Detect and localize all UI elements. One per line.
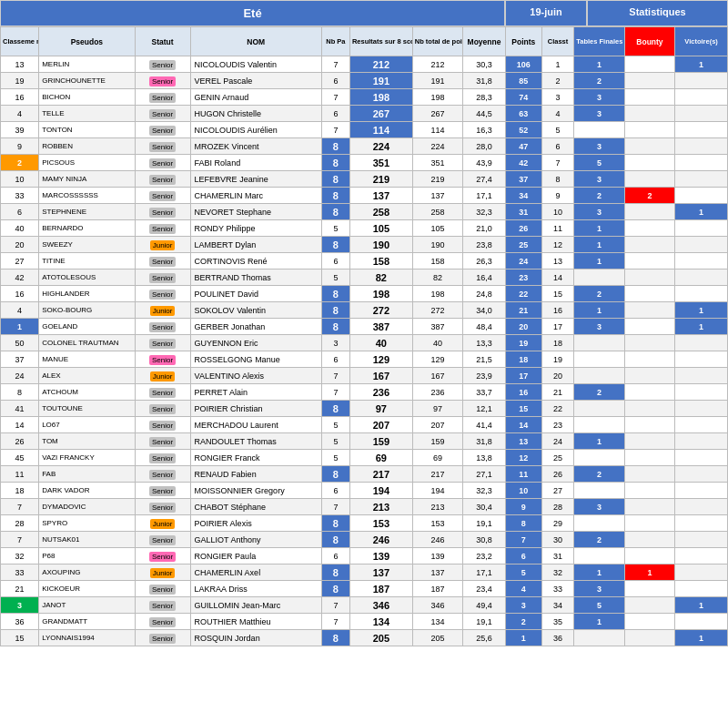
resultats-cell: 205	[349, 630, 412, 646]
col-nbtotal[interactable]: Nb total de points	[412, 27, 462, 56]
classmt-cell: 28	[541, 499, 574, 515]
victoires-cell	[675, 138, 728, 155]
tables-finales-cell: 1	[574, 565, 624, 581]
classmt-cell: 21	[541, 384, 574, 401]
points-cell: 10	[505, 483, 541, 499]
moyenne-cell: 41,4	[463, 417, 506, 433]
nbtotal-cell: 267	[412, 106, 462, 122]
resultats-cell: 69	[349, 450, 412, 466]
nbtotal-cell: 207	[412, 417, 462, 433]
col-tables-finales: Tables Finales	[574, 27, 624, 56]
col-moyenne[interactable]: Moyenne	[463, 27, 506, 56]
points-cell: 7	[505, 532, 541, 548]
moyenne-cell: 13,8	[463, 450, 506, 466]
bounty-cell	[624, 302, 674, 319]
moyenne-cell: 25,6	[463, 630, 506, 646]
pseudo-cell: ALEX	[39, 368, 135, 384]
table-row: 41TOUTOUNESeniorPOIRIER Christian8979712…	[1, 401, 728, 417]
tables-finales-cell: 1	[574, 433, 624, 450]
rank-cell: 32	[1, 548, 39, 565]
tables-finales-cell	[574, 368, 624, 384]
classmt-cell: 2	[541, 73, 574, 89]
tables-finales-cell	[574, 630, 624, 646]
pseudo-cell: MANUE	[39, 351, 135, 368]
nom-cell: LAKRAA Driss	[190, 581, 321, 597]
nbtotal-cell: 158	[412, 253, 462, 270]
moyenne-cell: 30,3	[463, 56, 506, 73]
col-classement[interactable]: Classeme nt SAIS	[1, 27, 39, 56]
rank-cell: 39	[1, 122, 39, 138]
resultats-cell: 246	[349, 532, 412, 548]
moyenne-cell: 30,8	[463, 532, 506, 548]
nb-cell: 8	[321, 515, 349, 532]
statut-cell: Junior	[135, 237, 190, 253]
nom-cell: GUILLOMIN Jean-Marc	[190, 597, 321, 614]
statut-cell: Junior	[135, 565, 190, 581]
table-row: 16BICHONSeniorGENIN Arnaud719819828,3743…	[1, 89, 728, 106]
header-date: 19-juin	[505, 0, 587, 26]
classmt-cell: 5	[541, 122, 574, 138]
victoires-cell: 1	[675, 302, 728, 319]
table-row: 11FABSeniorRENAUD Fabien821721727,111262	[1, 466, 728, 483]
col-nom[interactable]: NOM	[190, 27, 321, 56]
rank-cell: 13	[1, 56, 39, 73]
pseudo-cell: KICKOEUR	[39, 581, 135, 597]
table-row: 37MANUESeniorROSSELGONG Manue612912921,5…	[1, 351, 728, 368]
bounty-cell: 2	[624, 188, 674, 204]
bounty-cell	[624, 220, 674, 237]
classmt-cell: 24	[541, 433, 574, 450]
tables-finales-cell: 1	[574, 237, 624, 253]
victoires-cell	[675, 220, 728, 237]
table-row: 9ROBBENSeniorMROZEK Vincent822422428,047…	[1, 138, 728, 155]
rank-cell: 41	[1, 401, 39, 417]
col-classmt[interactable]: Classt	[541, 27, 574, 56]
classmt-cell: 16	[541, 302, 574, 319]
col-nbpa[interactable]: Nb Pa	[321, 27, 349, 56]
nom-cell: GENIN Arnaud	[190, 89, 321, 106]
tables-finales-cell: 3	[574, 138, 624, 155]
pseudo-cell: BICHON	[39, 89, 135, 106]
bounty-cell	[624, 384, 674, 401]
header-ete: Eté	[0, 0, 505, 26]
nom-cell: POIRIER Alexis	[190, 515, 321, 532]
statut-cell: Senior	[135, 155, 190, 171]
victoires-cell: 1	[675, 597, 728, 614]
resultats-cell: 267	[349, 106, 412, 122]
points-cell: 63	[505, 106, 541, 122]
bounty-cell	[624, 171, 674, 188]
rank-cell: 3	[1, 597, 39, 614]
nom-cell: ROSQUIN Jordan	[190, 630, 321, 646]
table-row: 20SWEEZYJuniorLAMBERT Dylan819019023,825…	[1, 237, 728, 253]
table-row: 4TELLESeniorHUGON Christelle626726744,56…	[1, 106, 728, 122]
nom-cell: RANDOULET Thomas	[190, 433, 321, 450]
resultats-cell: 213	[349, 499, 412, 515]
nbtotal-cell: 351	[412, 155, 462, 171]
resultats-cell: 129	[349, 351, 412, 368]
moyenne-cell: 26,3	[463, 253, 506, 270]
pseudo-cell: SWEEZY	[39, 237, 135, 253]
victoires-cell: 1	[675, 319, 728, 335]
col-pseudos[interactable]: Pseudos	[39, 27, 135, 56]
rank-cell: 4	[1, 302, 39, 319]
bounty-cell	[624, 351, 674, 368]
tables-finales-cell	[574, 483, 624, 499]
col-statut[interactable]: Statut	[135, 27, 190, 56]
statut-cell: Senior	[135, 89, 190, 106]
col-points[interactable]: Points	[505, 27, 541, 56]
victoires-cell	[675, 548, 728, 565]
col-resultats[interactable]: Resultats sur 8 scores	[349, 27, 412, 56]
resultats-cell: 134	[349, 614, 412, 630]
resultats-cell: 387	[349, 319, 412, 335]
nb-cell: 8	[321, 581, 349, 597]
moyenne-cell: 48,4	[463, 319, 506, 335]
nb-cell: 8	[321, 466, 349, 483]
victoires-cell	[675, 515, 728, 532]
tables-finales-cell: 3	[574, 499, 624, 515]
statut-cell: Senior	[135, 319, 190, 335]
rank-cell: 21	[1, 581, 39, 597]
statut-cell: Senior	[135, 499, 190, 515]
points-cell: 74	[505, 89, 541, 106]
moyenne-cell: 17,1	[463, 565, 506, 581]
pseudo-cell: JANOT	[39, 597, 135, 614]
rank-cell: 28	[1, 515, 39, 532]
